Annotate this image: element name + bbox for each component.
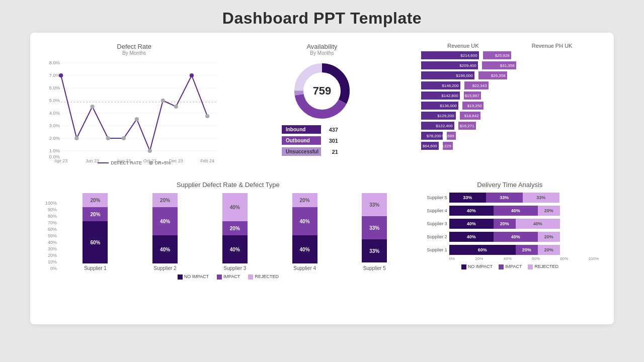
del-rejected: 20%	[538, 245, 560, 255]
rev-bar-ph: $31,358	[482, 61, 516, 69]
stacked-bar-group: 33% 33% 33% Supplier 5	[343, 193, 406, 271]
del-rejected: 33%	[523, 193, 559, 203]
rev-bar-ph: $16,271	[458, 122, 476, 130]
rev-bar-ph: $25,928	[483, 51, 511, 59]
delivery-row: Supplier 5 33% 33% 33%	[421, 193, 599, 203]
svg-text:Feb 24: Feb 24	[200, 158, 214, 163]
inbound-value: 437	[323, 127, 338, 133]
rev-bar-ph: $18,842	[460, 112, 480, 120]
del-impact: 40%	[494, 206, 538, 216]
del-rejected: 40%	[516, 219, 560, 229]
svg-text:Apr 23: Apr 23	[54, 158, 67, 163]
del-no-impact: 33%	[449, 193, 486, 203]
inbound-label: Inbound	[282, 125, 321, 134]
del-impact: 33%	[486, 193, 523, 203]
unsuccessful-label: Unsuccessful	[282, 147, 321, 156]
bar-label: Supplier 2	[154, 265, 177, 271]
supplier-defect-title: Supplier Defect Rate & Defect Type	[45, 181, 411, 189]
svg-point-22	[122, 136, 126, 140]
svg-text:Jun 23: Jun 23	[86, 158, 99, 163]
defect-rate-title: Defect Rate	[45, 43, 223, 50]
svg-text:Aug 23: Aug 23	[117, 158, 131, 163]
bar-label: Supplier 3	[223, 265, 246, 271]
revenue-row: $136,000 $19,250	[421, 101, 599, 110]
rev-bar-uk: $209,400	[421, 61, 478, 69]
rev-bar-ph: $22,343	[464, 81, 489, 89]
seg-rejected: 20%	[292, 193, 317, 207]
unsuccessful-value: 21	[323, 149, 338, 155]
stacked-bar-group: 20% 40% 40% Supplier 2	[134, 193, 197, 271]
delivery-bar-group: 40% 20% 40%	[449, 219, 599, 229]
rev-bar-ph: $26,358	[478, 71, 507, 79]
seg-impact: 20%	[83, 207, 108, 221]
defect-rate-subtitle: By Months	[45, 50, 223, 56]
delivery-row: Supplier 2 40% 40% 20%	[421, 232, 599, 242]
svg-text:8.0%: 8.0%	[49, 60, 60, 65]
delivery-supplier-label: Supplier 4	[421, 208, 447, 213]
del-no-impact: 60%	[449, 245, 516, 255]
svg-text:1.0%: 1.0%	[49, 148, 60, 153]
del-rejected: 20%	[538, 232, 560, 242]
revenue-section: Revenue UK Revenue PH UK $214,600 $25,92…	[421, 43, 599, 176]
delivery-row: Supplier 1 60% 20% 20%	[421, 245, 599, 255]
svg-point-19	[74, 136, 78, 140]
stacked-bar-group: 20% 40% 40% Supplier 4	[273, 193, 336, 271]
svg-point-25	[161, 99, 165, 103]
svg-text:4.0%: 4.0%	[49, 111, 60, 116]
del-impact: 20%	[516, 245, 538, 255]
revenue-ph-title: Revenue PH UK	[532, 43, 573, 49]
revenue-row: $78,200 $8,689	[421, 131, 599, 140]
seg-rejected: 20%	[83, 193, 108, 207]
supplier-defect-section: Supplier Defect Rate & Defect Type 100%9…	[45, 181, 411, 314]
del-no-impact: 40%	[449, 206, 494, 216]
donut-total: 759	[313, 84, 332, 98]
del-no-impact: 40%	[449, 232, 494, 242]
availability-section: Availability By Months 759 Inbound 437	[233, 43, 411, 176]
outbound-value: 301	[323, 138, 338, 144]
delivery-bar-group: 33% 33% 33%	[449, 193, 599, 203]
availability-title: Availability	[306, 43, 337, 50]
defect-rate-section: Defect Rate By Months 8.0% 7.0% 6.0% 5.0…	[45, 43, 223, 176]
delivery-row: Supplier 4 40% 40% 20%	[421, 206, 599, 216]
seg-no-impact: 60%	[83, 221, 108, 263]
delivery-legend: NO IMPACT IMPACT REJECTED	[421, 264, 599, 269]
revenue-row: $146,200 $22,343	[421, 81, 599, 90]
seg-impact: 40%	[292, 207, 317, 235]
del-impact: 20%	[494, 219, 516, 229]
rev-bar-uk: $136,000	[421, 102, 458, 110]
seg-rejected: 33%	[362, 193, 387, 216]
revenue-row: $196,000 $26,358	[421, 71, 599, 80]
svg-point-23	[135, 117, 139, 121]
rev-bar-uk: $78,200	[421, 132, 443, 140]
svg-point-21	[106, 136, 110, 140]
delivery-x-axis: 0%20%40%60%80%100%	[421, 256, 599, 261]
svg-point-26	[174, 105, 178, 109]
rev-bar-uk: $214,600	[421, 51, 479, 59]
svg-text:7.0%: 7.0%	[49, 73, 60, 78]
svg-point-20	[90, 105, 94, 109]
availability-subtitle: By Months	[310, 50, 334, 56]
delivery-section: Delivery Time Analysis Supplier 5 33% 33…	[421, 181, 599, 314]
bar-label: Supplier 5	[363, 265, 386, 271]
delivery-bar-group: 60% 20% 20%	[449, 245, 599, 255]
seg-impact: 33%	[362, 216, 387, 239]
svg-text:5.0%: 5.0%	[49, 98, 60, 103]
revenue-row: $142,800 $15,867	[421, 91, 599, 100]
rev-bar-ph: $9,229	[443, 142, 453, 150]
seg-no-impact: 33%	[362, 239, 387, 262]
stacked-bars: 20% 20% 60% Supplier 1 20% 40% 40% Suppl…	[59, 191, 411, 271]
rev-bar-uk: $146,200	[421, 81, 460, 89]
rev-bar-uk: $122,400	[421, 122, 454, 130]
revenue-row: $64,600 $9,229	[421, 141, 599, 150]
y-axis-labels: 100%90%80%70%60% 50%40%30%20%10%0%	[45, 201, 59, 271]
rev-bar-ph: $8,689	[447, 132, 456, 140]
outbound-label: Outbound	[282, 136, 321, 145]
svg-point-27	[190, 73, 194, 77]
supplier-defect-legend: NO IMPACT IMPACT REJECTED	[45, 274, 411, 280]
revenue-row: $122,400 $16,271	[421, 121, 599, 130]
svg-point-18	[59, 73, 63, 77]
seg-no-impact: 40%	[222, 235, 248, 263]
seg-rejected: 40%	[222, 193, 248, 221]
availability-legend: Inbound 437 Outbound 301 Unsuccessful 21	[282, 125, 362, 158]
delivery-supplier-label: Supplier 5	[421, 195, 447, 200]
